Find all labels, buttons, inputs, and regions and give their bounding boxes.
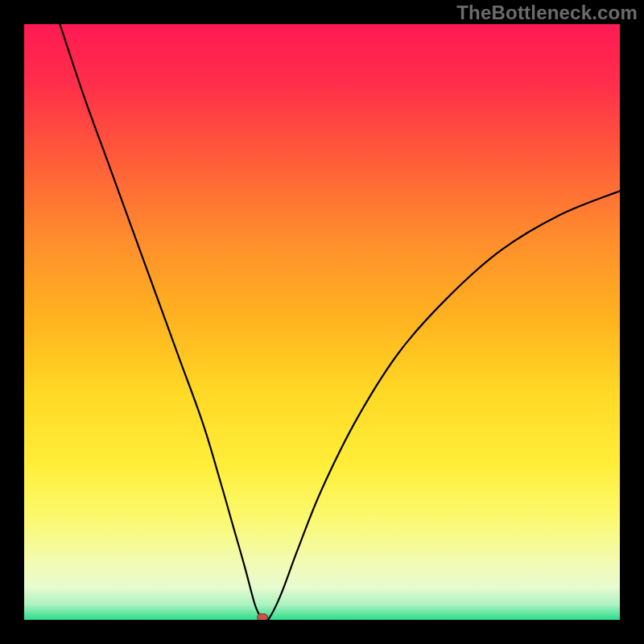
watermark-text: TheBottleneck.com bbox=[456, 2, 638, 24]
chart-curve bbox=[24, 24, 620, 620]
minimum-marker bbox=[257, 613, 268, 620]
chart-frame: TheBottleneck.com bbox=[0, 0, 644, 644]
plot-area bbox=[24, 24, 620, 620]
